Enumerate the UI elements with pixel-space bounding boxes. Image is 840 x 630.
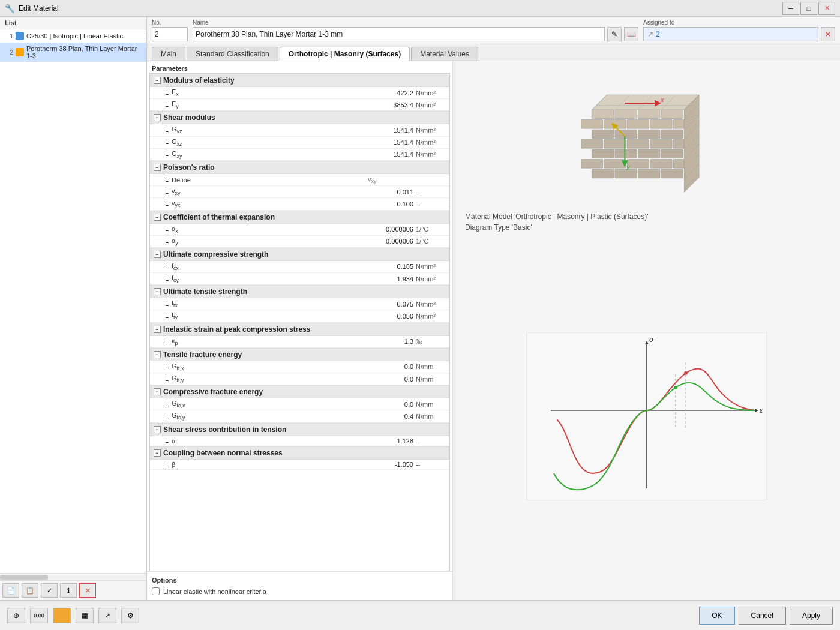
check-material-btn[interactable]: ✓	[41, 583, 58, 598]
svg-text:ε: ε	[760, 406, 763, 415]
params-panel: Parameters − Modulus of elasticity └ Ex …	[147, 61, 453, 600]
vyx-value: 0.100	[368, 200, 416, 208]
collapse-tensile-fracture[interactable]: −	[154, 351, 161, 358]
svg-rect-27	[661, 130, 683, 139]
param-fcy: └ fcy 1.934 N/mm²	[150, 273, 449, 285]
svg-rect-17	[638, 149, 660, 158]
tab-material-values[interactable]: Material Values	[411, 47, 478, 61]
svg-rect-11	[604, 160, 626, 169]
close-button[interactable]: ✕	[818, 2, 835, 15]
collapse-thermal[interactable]: −	[154, 214, 161, 221]
collapse-modulus[interactable]: −	[154, 77, 161, 84]
gfty-unit: N/mm	[416, 376, 446, 383]
gyz-value: 1541.4	[368, 127, 416, 134]
ey-tree-icon: └	[163, 102, 169, 108]
info-material-btn[interactable]: ℹ	[60, 583, 77, 598]
clear-assigned-btn[interactable]: ✕	[821, 27, 835, 41]
name-input[interactable]: Porotherm 38 Plan, Thin Layer Mortar 1-3…	[193, 27, 605, 41]
param-gfcx: └ Gfc,x 0.0 N/mm	[150, 398, 449, 410]
diagram-info-line1: Material Model 'Orthotropic | Masonry | …	[465, 211, 828, 222]
section-compressive-fracture[interactable]: − Compressive fracture energy	[150, 385, 449, 398]
linear-elastic-label[interactable]: Linear elastic with nonlinear criteria	[163, 588, 266, 595]
param-gftx: └ Gft,x 0.0 N/mm	[150, 361, 449, 373]
vyx-unit: --	[416, 200, 446, 208]
pointer-tool-btn[interactable]: ↗	[98, 608, 116, 623]
svg-rect-30	[627, 120, 649, 129]
cancel-button[interactable]: Cancel	[739, 607, 786, 625]
params-header: Parameters	[147, 61, 452, 73]
color-tool-btn[interactable]: ■	[53, 608, 71, 623]
svg-rect-8	[638, 169, 660, 178]
collapse-shear[interactable]: −	[154, 114, 161, 121]
sidebar-item-1[interactable]: 1 C25/30 | Isotropic | Linear Elastic	[0, 29, 146, 43]
chart-area: ε σ	[459, 239, 834, 594]
section-tensile[interactable]: − Ultimate tensile strength	[150, 285, 449, 298]
collapse-coupling[interactable]: −	[154, 449, 161, 457]
value-tool-btn[interactable]: 0.00	[30, 608, 48, 623]
copy-material-btn[interactable]: 📋	[22, 583, 38, 598]
svg-rect-32	[673, 120, 684, 129]
collapse-compressive[interactable]: −	[154, 251, 161, 258]
title-bar-left: 🔧 Edit Material	[5, 4, 59, 13]
gfcx-value: 0.0	[368, 401, 416, 408]
collapse-tensile[interactable]: −	[154, 288, 161, 295]
delete-material-btn[interactable]: ✕	[79, 583, 96, 598]
collapse-compressive-fracture[interactable]: −	[154, 388, 161, 395]
svg-rect-14	[673, 160, 684, 169]
ey-unit: N/mm²	[416, 101, 446, 109]
section-modulus-elasticity[interactable]: − Modulus of elasticity	[150, 74, 449, 87]
settings-tool-btn[interactable]: ⚙	[121, 608, 139, 623]
tab-standard[interactable]: Standard Classification	[187, 47, 278, 61]
linear-elastic-checkbox[interactable]	[152, 587, 160, 595]
param-vyx: └ νyx 0.100 --	[150, 198, 449, 210]
no-value: 2	[152, 27, 188, 41]
sidebar-item-2[interactable]: 2 Porotherm 38 Plan, Thin Layer Mortar 1…	[0, 43, 146, 62]
section-compressive[interactable]: − Ultimate compressive strength	[150, 248, 449, 261]
add-material-btn[interactable]: 📄	[2, 583, 19, 598]
alpha-value: 1.128	[368, 437, 416, 445]
param-gfcy: └ Gfc,y 0.4 N/mm	[150, 410, 449, 422]
apply-button[interactable]: Apply	[790, 607, 833, 625]
brick-image-area: x y	[459, 67, 834, 205]
ex-value: 422.2	[368, 89, 416, 97]
collapse-inelastic[interactable]: −	[154, 326, 161, 333]
section-shear-modulus[interactable]: − Shear modulus	[150, 111, 449, 124]
svg-rect-18	[661, 149, 683, 158]
assigned-value: ↗ 2	[643, 27, 818, 41]
section-tensile-fracture[interactable]: − Tensile fracture energy	[150, 348, 449, 361]
section-shear-tension[interactable]: − Shear stress contribution in tension	[150, 423, 449, 436]
section-thermal[interactable]: − Coefficient of thermal expansion	[150, 211, 449, 224]
ok-button[interactable]: OK	[699, 607, 734, 625]
assigned-column: Assigned to ↗ 2 ✕	[643, 19, 835, 41]
material-library-btn[interactable]: 📖	[624, 27, 638, 41]
gfcy-value: 0.4	[368, 413, 416, 420]
options-area: Options Linear elastic with nonlinear cr…	[147, 571, 452, 600]
options-header: Options	[152, 577, 448, 584]
section-inelastic[interactable]: − Inelastic strain at peak compression s…	[150, 323, 449, 336]
svg-rect-35	[638, 110, 660, 119]
section-coupling[interactable]: − Coupling between normal stresses	[150, 446, 449, 460]
tab-main[interactable]: Main	[152, 47, 185, 61]
edit-name-btn[interactable]: ✎	[607, 27, 622, 41]
kp-unit: ‰	[416, 338, 446, 345]
maximize-button[interactable]: □	[800, 2, 817, 15]
ftx-value: 0.075	[368, 301, 416, 308]
bottom-left-tools: ⊕ 0.00 ■ ▦ ↗ ⚙	[7, 608, 139, 623]
snap-tool-btn[interactable]: ⊕	[7, 608, 25, 623]
diagram-info-line2: Diagram Type 'Basic'	[465, 222, 828, 233]
minimize-button[interactable]: ─	[782, 2, 799, 15]
gyz-unit: N/mm²	[416, 127, 446, 134]
section-poissons[interactable]: − Poisson's ratio	[150, 161, 449, 174]
collapse-shear-tension[interactable]: −	[154, 426, 161, 433]
render-tool-btn[interactable]: ▦	[76, 608, 94, 623]
param-ex: └ Ex 422.2 N/mm²	[150, 87, 449, 99]
collapse-poissons[interactable]: −	[154, 164, 161, 171]
tab-orthotropic[interactable]: Orthotropic | Masonry (Surfaces)	[280, 47, 410, 61]
svg-rect-10	[581, 160, 603, 169]
sidebar-header: List	[0, 17, 146, 29]
param-gyz: └ Gyz 1541.4 N/mm²	[150, 124, 449, 136]
param-vxy: └ νxy 0.011 --	[150, 186, 449, 198]
svg-point-70	[674, 386, 677, 389]
param-gxz: └ Gxz 1541.4 N/mm²	[150, 137, 449, 149]
diagram-info: Material Model 'Orthotropic | Masonry | …	[459, 211, 834, 233]
